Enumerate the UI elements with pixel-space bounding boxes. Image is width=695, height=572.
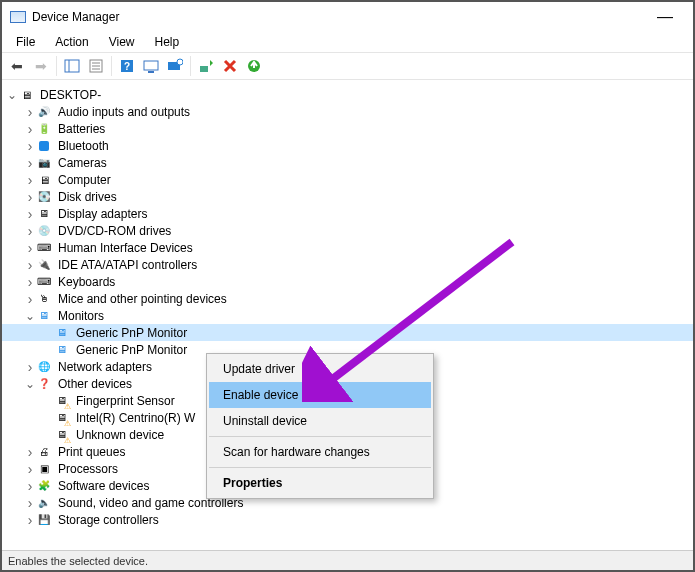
tree-item-mice[interactable]: Mice and other pointing devices <box>2 290 693 307</box>
ide-icon <box>36 257 52 273</box>
sound-icon <box>36 495 52 511</box>
root-label: DESKTOP- <box>38 88 103 102</box>
context-menu: Update driver Enable device Uninstall de… <box>206 353 434 499</box>
svg-text:?: ? <box>124 61 130 72</box>
menu-update-driver[interactable]: Update driver <box>209 356 431 382</box>
storage-icon <box>36 512 52 528</box>
svg-rect-0 <box>65 60 79 72</box>
expand-icon[interactable] <box>24 124 36 134</box>
update-driver-button[interactable] <box>195 55 217 77</box>
expand-icon[interactable] <box>24 107 36 117</box>
back-button[interactable]: ⬅ <box>6 55 28 77</box>
expand-icon[interactable] <box>24 226 36 236</box>
tree-item-keyboards[interactable]: Keyboards <box>2 273 693 290</box>
item-label: Other devices <box>56 377 134 391</box>
item-label: Audio inputs and outputs <box>56 105 192 119</box>
item-label: Software devices <box>56 479 151 493</box>
monitor-icon <box>54 342 70 358</box>
monitor-icon <box>36 308 52 324</box>
computer-icon <box>18 87 34 103</box>
tree-item-generic-pnp-1[interactable]: Generic PnP Monitor <box>2 324 693 341</box>
window-title: Device Manager <box>32 10 645 24</box>
expand-icon[interactable] <box>24 175 36 185</box>
tree-item-monitors[interactable]: Monitors <box>2 307 693 324</box>
separator <box>190 56 191 76</box>
item-label: DVD/CD-ROM drives <box>56 224 173 238</box>
expand-icon[interactable] <box>6 90 18 100</box>
expand-icon[interactable] <box>24 464 36 474</box>
tree-root[interactable]: DESKTOP- <box>2 86 693 103</box>
item-label: Mice and other pointing devices <box>56 292 229 306</box>
other-icon <box>36 376 52 392</box>
menu-properties[interactable]: Properties <box>209 470 431 496</box>
expand-icon[interactable] <box>24 260 36 270</box>
menu-action[interactable]: Action <box>47 33 96 51</box>
tree-item-batteries[interactable]: Batteries <box>2 120 693 137</box>
add-legacy-button[interactable] <box>164 55 186 77</box>
tree-item-disks[interactable]: Disk drives <box>2 188 693 205</box>
expand-icon[interactable] <box>24 362 36 372</box>
separator <box>56 56 57 76</box>
expand-icon[interactable] <box>24 243 36 253</box>
network-icon <box>36 359 52 375</box>
menubar: File Action View Help <box>2 32 693 52</box>
collapse-icon[interactable] <box>24 379 36 389</box>
tree-item-bluetooth[interactable]: Bluetooth <box>2 137 693 154</box>
expand-icon[interactable] <box>24 294 36 304</box>
monitor-icon <box>54 325 70 341</box>
expand-icon[interactable] <box>24 481 36 491</box>
forward-button[interactable]: ➡ <box>30 55 52 77</box>
menu-help[interactable]: Help <box>147 33 188 51</box>
show-hide-console-button[interactable] <box>61 55 83 77</box>
hid-icon <box>36 240 52 256</box>
processor-icon <box>36 461 52 477</box>
camera-icon <box>36 155 52 171</box>
properties-button[interactable] <box>85 55 107 77</box>
minimize-button[interactable]: — <box>645 8 685 26</box>
expand-icon[interactable] <box>24 447 36 457</box>
tree-item-storage[interactable]: Storage controllers <box>2 511 693 528</box>
tree-item-dvd[interactable]: DVD/CD-ROM drives <box>2 222 693 239</box>
dvd-icon <box>36 223 52 239</box>
item-label: Processors <box>56 462 120 476</box>
menu-uninstall-device[interactable]: Uninstall device <box>209 408 431 434</box>
bluetooth-icon <box>36 138 52 154</box>
tree-item-audio[interactable]: Audio inputs and outputs <box>2 103 693 120</box>
expand-icon[interactable] <box>24 158 36 168</box>
collapse-icon[interactable] <box>24 311 36 321</box>
expand-icon[interactable] <box>24 515 36 525</box>
menu-view[interactable]: View <box>101 33 143 51</box>
warning-device-icon <box>54 410 70 426</box>
item-label: Storage controllers <box>56 513 161 527</box>
keyboard-icon <box>36 274 52 290</box>
expand-icon[interactable] <box>24 141 36 151</box>
help-button[interactable]: ? <box>116 55 138 77</box>
toolbar: ⬅ ➡ ? <box>2 52 693 80</box>
warning-device-icon <box>54 393 70 409</box>
svg-rect-9 <box>148 71 154 73</box>
mouse-icon <box>36 291 52 307</box>
menu-enable-device[interactable]: Enable device <box>209 382 431 408</box>
tree-item-hid[interactable]: Human Interface Devices <box>2 239 693 256</box>
item-label: Display adapters <box>56 207 149 221</box>
expand-icon[interactable] <box>24 277 36 287</box>
tree-item-computer[interactable]: Computer <box>2 171 693 188</box>
tree-item-ide[interactable]: IDE ATA/ATAPI controllers <box>2 256 693 273</box>
separator <box>209 436 431 437</box>
expand-icon[interactable] <box>24 209 36 219</box>
scan-hardware-button[interactable] <box>140 55 162 77</box>
item-label: Intel(R) Centrino(R) W <box>74 411 197 425</box>
tree-item-display[interactable]: Display adapters <box>2 205 693 222</box>
menu-scan-hardware[interactable]: Scan for hardware changes <box>209 439 431 465</box>
item-label: Generic PnP Monitor <box>74 343 189 357</box>
svg-point-11 <box>177 59 183 65</box>
expand-icon[interactable] <box>24 498 36 508</box>
menu-file[interactable]: File <box>8 33 43 51</box>
separator <box>111 56 112 76</box>
disk-icon <box>36 189 52 205</box>
uninstall-button[interactable] <box>219 55 241 77</box>
expand-icon[interactable] <box>24 192 36 202</box>
app-icon <box>10 9 26 25</box>
tree-item-cameras[interactable]: Cameras <box>2 154 693 171</box>
enable-button[interactable] <box>243 55 265 77</box>
